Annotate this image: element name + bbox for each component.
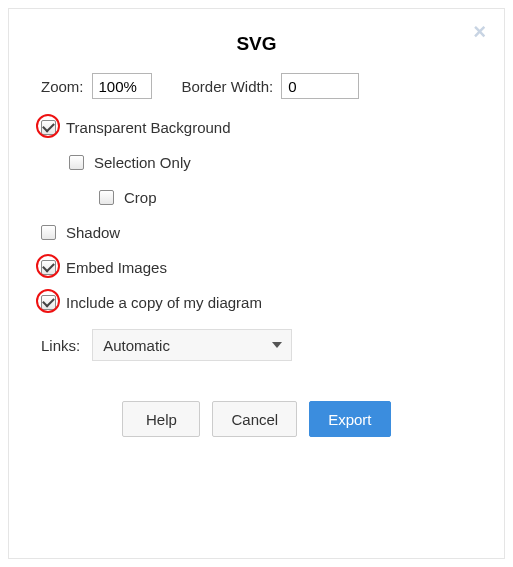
links-select-wrap: Automatic — [92, 329, 292, 361]
help-button[interactable]: Help — [122, 401, 200, 437]
dialog-buttons: Help Cancel Export — [41, 401, 472, 437]
border-width-label: Border Width: — [182, 78, 274, 95]
option-embed-images[interactable]: Embed Images — [41, 259, 472, 276]
zoom-input[interactable] — [92, 73, 152, 99]
option-shadow[interactable]: Shadow — [41, 224, 472, 241]
checkbox-embed-images[interactable] — [41, 260, 56, 275]
close-icon[interactable]: × — [473, 21, 486, 43]
border-width-input[interactable] — [281, 73, 359, 99]
option-label: Embed Images — [66, 259, 167, 276]
option-label: Include a copy of my diagram — [66, 294, 262, 311]
option-selection-only[interactable]: Selection Only — [69, 154, 472, 171]
export-svg-dialog: × SVG Zoom: Border Width: Transparent Ba… — [8, 8, 505, 559]
links-label: Links: — [41, 337, 80, 354]
checkbox-shadow[interactable] — [41, 225, 56, 240]
export-button[interactable]: Export — [309, 401, 390, 437]
option-label: Shadow — [66, 224, 120, 241]
option-label: Crop — [124, 189, 157, 206]
option-transparent-background[interactable]: Transparent Background — [41, 119, 472, 136]
links-select[interactable]: Automatic — [92, 329, 292, 361]
checkbox-crop[interactable] — [99, 190, 114, 205]
option-include-copy[interactable]: Include a copy of my diagram — [41, 294, 472, 311]
dialog-title: SVG — [41, 33, 472, 55]
zoom-label: Zoom: — [41, 78, 84, 95]
checkbox-selection-only[interactable] — [69, 155, 84, 170]
links-row: Links: Automatic — [41, 329, 472, 361]
option-crop[interactable]: Crop — [99, 189, 472, 206]
checkbox-transparent[interactable] — [41, 120, 56, 135]
cancel-button[interactable]: Cancel — [212, 401, 297, 437]
top-fields-row: Zoom: Border Width: — [41, 73, 472, 99]
option-label: Transparent Background — [66, 119, 231, 136]
option-label: Selection Only — [94, 154, 191, 171]
checkbox-include-copy[interactable] — [41, 295, 56, 310]
